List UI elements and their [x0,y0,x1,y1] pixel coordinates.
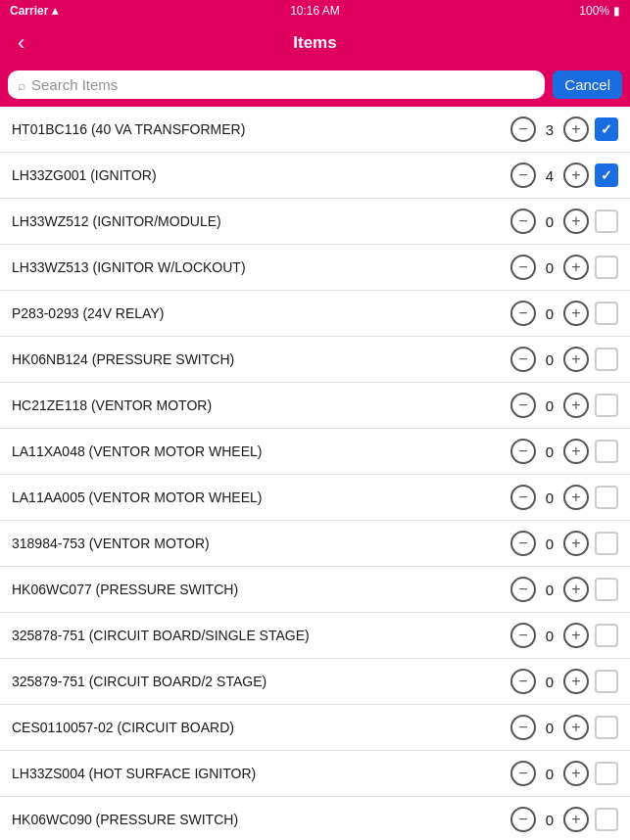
quantity-value: 0 [542,443,557,460]
table-row: LH33WZ512 (IGNITOR/MODULE)−0+ [0,199,630,245]
increment-button[interactable]: + [563,347,589,372]
table-row: LH33ZS004 (HOT SURFACE IGNITOR)−0+ [0,751,630,797]
item-name: HK06WC077 (PRESSURE SWITCH) [12,582,510,597]
search-bar: ⌕ Cancel [0,65,630,107]
item-controls: −0+ [510,393,618,418]
table-row: LA11AA005 (VENTOR MOTOR WHEEL)−0+ [0,475,630,521]
item-controls: −0+ [510,301,618,326]
item-checkbox[interactable] [595,210,618,233]
decrement-button[interactable]: − [510,439,536,464]
nav-title: Items [293,33,336,53]
decrement-button[interactable]: − [510,531,536,556]
item-checkbox[interactable] [595,624,618,647]
carrier-label: Carrier [10,4,48,18]
decrement-button[interactable]: − [510,485,536,510]
item-checkbox[interactable] [595,486,618,509]
quantity-value: 0 [542,582,557,598]
item-checkbox[interactable] [595,348,618,371]
decrement-button[interactable]: − [510,807,536,832]
item-controls: −4+ [510,163,618,188]
item-checkbox[interactable] [595,440,618,463]
item-controls: −0+ [510,715,618,740]
increment-button[interactable]: + [563,715,589,740]
table-row: HK06NB124 (PRESSURE SWITCH)−0+ [0,337,630,383]
decrement-button[interactable]: − [510,715,536,740]
item-checkbox[interactable] [595,762,618,785]
item-controls: −0+ [510,485,618,510]
increment-button[interactable]: + [563,531,589,556]
item-checkbox[interactable] [595,256,618,279]
item-controls: −0+ [510,255,618,280]
quantity-value: 0 [542,397,557,414]
item-controls: −0+ [510,531,618,556]
table-row: CES0110057-02 (CIRCUIT BOARD)−0+ [0,705,630,751]
item-name: 325879-751 (CIRCUIT BOARD/2 STAGE) [12,674,510,689]
decrement-button[interactable]: − [510,623,536,648]
item-checkbox[interactable] [595,117,618,141]
item-checkbox[interactable] [595,808,618,831]
quantity-value: 0 [542,490,557,506]
battery-icon: ▮ [613,4,620,18]
decrement-button[interactable]: − [510,117,536,142]
increment-button[interactable]: + [563,163,589,188]
item-checkbox[interactable] [595,394,618,417]
item-name: P283-0293 (24V RELAY) [12,305,510,321]
increment-button[interactable]: + [563,485,589,510]
decrement-button[interactable]: − [510,301,536,326]
item-name: LA11AA005 (VENTOR MOTOR WHEEL) [12,490,510,505]
item-controls: −3+ [510,117,618,142]
increment-button[interactable]: + [563,669,589,694]
table-row: HC21ZE118 (VENTOR MOTOR)−0+ [0,383,630,429]
item-name: LH33WZ513 (IGNITOR W/LOCKOUT) [12,259,510,275]
increment-button[interactable]: + [563,439,589,464]
status-time: 10:16 AM [290,4,340,18]
item-checkbox[interactable] [595,163,618,187]
cancel-button[interactable]: Cancel [553,70,622,99]
decrement-button[interactable]: − [510,163,536,188]
decrement-button[interactable]: − [510,577,536,602]
item-name: HK06WC090 (PRESSURE SWITCH) [12,812,510,827]
wifi-icon: ▴ [52,4,58,18]
items-list: HT01BC116 (40 VA TRANSFORMER)−3+LH33ZG00… [0,107,630,840]
decrement-button[interactable]: − [510,393,536,418]
increment-button[interactable]: + [563,255,589,280]
item-controls: −0+ [510,209,618,234]
item-controls: −0+ [510,439,618,464]
quantity-value: 0 [542,351,557,368]
decrement-button[interactable]: − [510,255,536,280]
increment-button[interactable]: + [563,393,589,418]
item-checkbox[interactable] [595,532,618,555]
item-name: LH33WZ512 (IGNITOR/MODULE) [12,213,510,229]
item-controls: −0+ [510,761,618,786]
table-row: 325879-751 (CIRCUIT BOARD/2 STAGE)−0+ [0,659,630,705]
increment-button[interactable]: + [563,761,589,786]
item-checkbox[interactable] [595,302,618,325]
item-checkbox[interactable] [595,716,618,739]
decrement-button[interactable]: − [510,761,536,786]
item-checkbox[interactable] [595,670,618,693]
decrement-button[interactable]: − [510,209,536,234]
table-row: 318984-753 (VENTOR MOTOR)−0+ [0,521,630,567]
decrement-button[interactable]: − [510,347,536,372]
carrier-signal: Carrier ▴ [10,4,58,18]
battery-info: 100% ▮ [579,4,620,18]
item-name: HT01BC116 (40 VA TRANSFORMER) [12,121,510,137]
table-row: P283-0293 (24V RELAY)−0+ [0,291,630,337]
search-container: ⌕ [8,70,545,99]
table-row: HK06WC090 (PRESSURE SWITCH)−0+ [0,797,630,840]
search-input[interactable] [31,76,535,93]
quantity-value: 3 [542,121,557,138]
increment-button[interactable]: + [563,301,589,326]
increment-button[interactable]: + [563,117,589,142]
increment-button[interactable]: + [563,209,589,234]
quantity-value: 0 [542,259,557,276]
item-checkbox[interactable] [595,578,618,601]
back-button[interactable]: ‹ [10,26,32,60]
decrement-button[interactable]: − [510,669,536,694]
increment-button[interactable]: + [563,807,589,832]
table-row: LH33WZ513 (IGNITOR W/LOCKOUT)−0+ [0,245,630,291]
increment-button[interactable]: + [563,623,589,648]
quantity-value: 0 [542,305,557,322]
quantity-value: 0 [542,812,557,828]
increment-button[interactable]: + [563,577,589,602]
